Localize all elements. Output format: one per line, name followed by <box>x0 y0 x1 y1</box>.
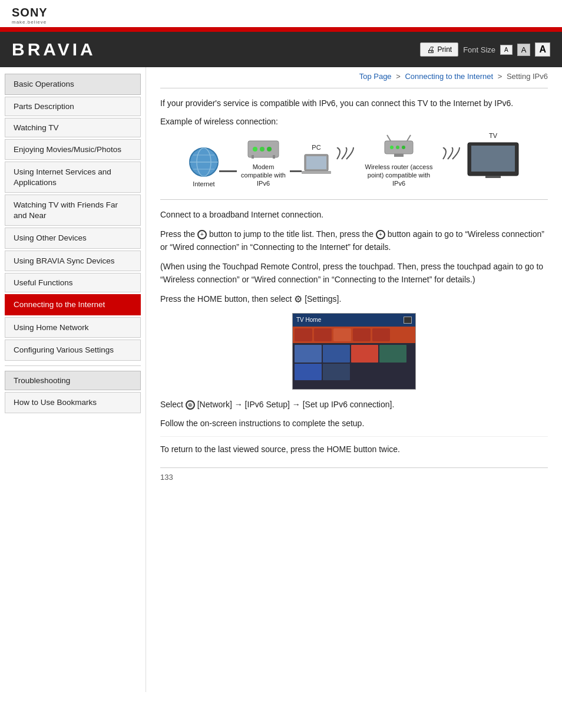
pc-above-label: PC <box>312 144 320 151</box>
intro-paragraph: If your provider's service is compatible… <box>160 97 548 110</box>
svg-point-8 <box>267 147 272 151</box>
sidebar-item-watching-tv[interactable]: Watching TV <box>5 118 141 137</box>
font-size-label: Font Size <box>463 45 495 54</box>
svg-line-19 <box>407 135 411 141</box>
sidebar-item-using-home-network[interactable]: Using Home Network <box>5 317 141 338</box>
internet-label: Internet <box>193 180 214 187</box>
globe-icon <box>189 147 219 177</box>
network-diagram: Internet Modem compatible with IPv6 <box>160 132 548 187</box>
step-6: Follow the on-screen instructions to com… <box>160 417 548 430</box>
tv-icon <box>467 141 520 179</box>
header-controls: 🖨 Print Font Size A A A <box>420 42 550 57</box>
svg-point-17 <box>402 146 405 149</box>
main-layout: Basic Operations Parts Description Watch… <box>0 67 562 692</box>
network-icon: ⊕ <box>186 400 195 410</box>
tv-above-label: TV <box>489 132 497 139</box>
svg-rect-12 <box>306 156 326 169</box>
sidebar-divider <box>5 365 141 366</box>
router-label: Wireless router (access point) compatibl… <box>361 163 437 188</box>
svg-point-6 <box>253 147 257 151</box>
tv-node: TV <box>467 132 520 187</box>
divider-footer <box>160 467 548 468</box>
step2-prefix: Press the <box>160 229 197 239</box>
sidebar-item-using-internet[interactable]: Using Internet Services and Applications <box>5 162 141 193</box>
step-4: Press the HOME button, then select ⚙ [Se… <box>160 292 548 307</box>
sidebar-item-connecting-internet[interactable]: Connecting to the Internet <box>5 294 141 315</box>
svg-rect-23 <box>485 176 501 178</box>
connector-1 <box>219 170 237 172</box>
divider-top <box>160 88 548 88</box>
sidebar-item-useful-functions[interactable]: Useful Functions <box>5 273 141 292</box>
breadcrumb-top-page[interactable]: Top Page <box>359 72 392 81</box>
sidebar-item-configuring-settings[interactable]: Configuring Various Settings <box>5 340 141 361</box>
wifi-waves-2 <box>437 147 467 171</box>
print-label: Print <box>437 45 452 54</box>
sidebar: Basic Operations Parts Description Watch… <box>0 67 146 692</box>
step-2: Press the + button to jump to the title … <box>160 228 548 254</box>
print-icon: 🖨 <box>427 45 435 54</box>
page-number: 133 <box>160 473 548 482</box>
modem-label: Modem compatible with IPv6 <box>237 163 290 188</box>
svg-rect-20 <box>394 154 404 157</box>
router-node: Wireless router (access point) compatibl… <box>361 134 437 188</box>
pc-node: PC <box>302 144 331 187</box>
step-7: To return to the last viewed source, pre… <box>160 443 548 456</box>
breadcrumb: Top Page > Connecting to the Internet > … <box>160 67 548 85</box>
svg-rect-9 <box>252 155 254 159</box>
laptop-icon <box>302 153 331 179</box>
step4-prefix: Press the HOME button, then select <box>160 294 294 304</box>
content-area: Top Page > Connecting to the Internet > … <box>146 67 562 692</box>
settings-icon: ⚙ <box>294 294 302 304</box>
circle-icon-1: + <box>197 230 207 239</box>
modem-node: Modem compatible with IPv6 <box>237 139 290 188</box>
header: BRAVIA 🖨 Print Font Size A A A <box>0 32 562 67</box>
sidebar-item-parts-description[interactable]: Parts Description <box>5 97 141 116</box>
sony-tagline: make.believe <box>12 19 550 25</box>
screenshot-thumbnail-container: TV Home <box>160 313 548 390</box>
svg-rect-22 <box>471 146 515 172</box>
internet-node: Internet <box>189 147 219 187</box>
sidebar-item-troubleshooting[interactable]: Troubleshooting <box>5 371 141 390</box>
sidebar-item-basic-operations[interactable]: Basic Operations <box>5 74 141 95</box>
font-medium-button[interactable]: A <box>517 44 531 56</box>
sony-logo: SONY <box>12 6 550 19</box>
sidebar-item-using-bravia-sync[interactable]: Using BRAVIA Sync Devices <box>5 251 141 272</box>
step5-suffix: [Network] → [IPv6 Setup] → [Set up IPv6 … <box>197 400 395 409</box>
divider-mid <box>160 199 548 200</box>
step-5: Select ⊕ [Network] → [IPv6 Setup] → [Set… <box>160 398 548 411</box>
breadcrumb-sep2: > <box>498 72 503 81</box>
header-red-bar <box>0 27 562 32</box>
sidebar-item-enjoying-movies[interactable]: Enjoying Movies/Music/Photos <box>5 139 141 160</box>
brand-title: BRAVIA <box>12 39 96 60</box>
font-small-button[interactable]: A <box>500 45 513 55</box>
screenshot-thumbnail: TV Home <box>292 313 416 390</box>
sidebar-item-using-other-devices[interactable]: Using Other Devices <box>5 228 141 249</box>
breadcrumb-current: Setting IPv6 <box>507 72 548 81</box>
step-1: Connect to a broadband Internet connecti… <box>160 208 548 221</box>
sidebar-item-watching-tv-friends[interactable]: Watching TV with Friends Far and Near <box>5 195 141 226</box>
step4-suffix: [Settings]. <box>305 294 341 304</box>
wifi-waves <box>331 147 361 171</box>
circle-icon-2: + <box>376 230 385 239</box>
svg-rect-13 <box>302 171 331 174</box>
connector-2 <box>290 170 302 172</box>
svg-point-7 <box>260 147 265 151</box>
step-3: (When using the Touchpad Remote Control,… <box>160 260 548 286</box>
svg-rect-10 <box>273 155 275 159</box>
step5-prefix: Select <box>160 400 186 409</box>
breadcrumb-sep1: > <box>396 72 401 81</box>
svg-line-18 <box>387 135 391 141</box>
step2-mid: button to jump to the title list. Then, … <box>209 229 376 239</box>
svg-point-16 <box>396 146 399 149</box>
print-button[interactable]: 🖨 Print <box>420 42 458 57</box>
svg-point-15 <box>390 146 394 149</box>
modem-icon <box>247 139 280 160</box>
sidebar-item-how-to-use-bookmarks[interactable]: How to Use Bookmarks <box>5 392 141 413</box>
sony-logo-area: SONY make.believe <box>0 0 562 27</box>
breadcrumb-connecting[interactable]: Connecting to the Internet <box>405 72 493 81</box>
font-large-button[interactable]: A <box>535 42 550 57</box>
router-icon <box>382 134 415 160</box>
divider-bottom-section <box>160 436 548 437</box>
content-steps: Connect to a broadband Internet connecti… <box>160 208 548 430</box>
example-label: Example of wireless connection: <box>160 117 548 126</box>
